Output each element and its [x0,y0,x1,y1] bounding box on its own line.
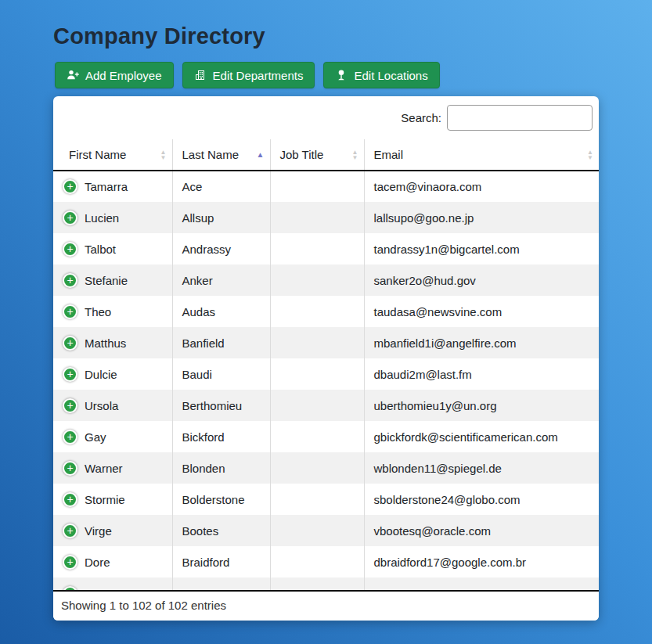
first-name-cell: Theo [85,305,111,318]
table-row: + Dulcie Baudi dbaudi2m@last.fm [53,358,599,390]
job-title-cell [270,358,364,390]
sort-icons: ▲▼ [587,149,593,160]
edit-locations-button[interactable]: Edit Locations [323,62,439,88]
last-name-cell: Bootes [172,515,270,546]
column-header-job-title[interactable]: Job Title ▲▼ [270,139,364,171]
email-cell: taudasa@newsvine.com [364,296,599,327]
job-title-cell [270,171,364,202]
email-cell: tandrassy1n@bigcartel.com [364,233,599,264]
last-name-cell [172,577,270,590]
table-header-row: First Name ▲▼ Last Name ▲ Job Title ▲▼ [53,139,599,171]
job-title-cell [270,546,364,577]
first-name-cell: Warner [85,462,123,475]
expand-row-button[interactable]: + [63,430,77,444]
table-row: + [53,577,599,590]
first-name-cell: Talbot [85,243,116,256]
first-name-cell: Dore [85,556,110,569]
first-name-cell: Matthus [85,336,126,350]
expand-row-button[interactable]: + [63,398,77,413]
job-title-cell [270,264,364,296]
expand-row-button[interactable]: + [63,210,77,225]
table-row: + Stormie Bolderstone sbolderstone24@glo… [53,484,599,515]
last-name-cell: Bolderstone [172,484,270,515]
last-name-cell: Baudi [172,358,270,390]
table-row: + Lucien Allsup lallsupo@goo.ne.jp [53,202,599,233]
expand-row-button[interactable]: + [63,586,77,591]
directory-card: Search: First Name ▲▼ Last Name [53,96,599,621]
toolbar: Add Employee Edit Departments Edi [55,62,652,88]
employees-table: First Name ▲▼ Last Name ▲ Job Title ▲▼ [53,139,599,590]
search-input[interactable] [447,105,593,131]
expand-row-button[interactable]: + [63,242,77,257]
job-title-cell [270,421,364,452]
sort-down-icon: ▼ [352,155,358,160]
job-title-cell [270,233,364,264]
email-cell: vbootesq@oracle.com [364,515,599,546]
last-name-cell: Allsup [172,202,270,233]
job-title-cell [270,327,364,358]
email-cell [364,577,599,590]
edit-departments-button[interactable]: Edit Departments [182,62,315,88]
job-title-cell [270,202,364,233]
table-row: + Matthus Banfield mbanfield1i@angelfire… [53,327,599,358]
job-title-cell [270,515,364,546]
table-row: + Gay Bickford gbickfordk@scientificamer… [53,421,599,452]
job-title-cell [270,484,364,515]
email-cell: sanker2o@hud.gov [364,264,599,296]
geo-pin-icon [335,69,348,81]
sort-asc-icon: ▲ [257,151,265,159]
last-name-cell: Ace [172,171,270,202]
sort-down-icon: ▼ [160,155,167,160]
column-header-email[interactable]: Email ▲▼ [364,139,599,171]
expand-row-button[interactable]: + [63,336,77,351]
table-row: + Ursola Berthomieu uberthomieu1y@un.org [53,390,599,421]
add-employee-label: Add Employee [85,69,162,82]
email-cell: dbraidford17@google.com.br [364,546,599,577]
email-cell: lallsupo@goo.ne.jp [364,202,599,233]
table-row: + Theo Audas taudasa@newsvine.com [53,296,599,327]
search-bar: Search: [53,96,599,139]
email-cell: sbolderstone24@globo.com [364,484,599,515]
first-name-cell: Stormie [85,493,125,506]
table-scroll-area[interactable]: First Name ▲▼ Last Name ▲ Job Title ▲▼ [53,139,599,590]
last-name-cell: Blonden [172,452,270,484]
last-name-cell: Andrassy [172,233,270,264]
column-header-last-name[interactable]: Last Name ▲ [172,139,270,171]
first-name-cell: Tamarra [85,180,128,193]
page-title: Company Directory [53,23,652,49]
person-plus-icon [67,69,79,81]
last-name-cell: Anker [172,264,270,296]
sort-icons: ▲▼ [352,149,358,160]
table-body: + Tamarra Ace tacem@vinaora.com + Lucien… [53,171,599,590]
add-employee-button[interactable]: Add Employee [55,62,174,88]
job-title-cell [270,390,364,421]
job-title-cell [270,577,364,590]
first-name-cell: Dulcie [85,368,117,381]
table-row: + Dore Braidford dbraidford17@google.com… [53,546,599,577]
table-row: + Tamarra Ace tacem@vinaora.com [53,171,599,202]
first-name-cell: Ursola [85,399,118,412]
expand-row-button[interactable]: + [63,179,77,194]
job-title-cell [270,296,364,327]
building-icon [194,69,207,81]
first-name-cell: Stefanie [85,274,128,287]
expand-row-button[interactable]: + [63,304,77,319]
expand-row-button[interactable]: + [63,461,77,476]
email-cell: uberthomieu1y@un.org [364,390,599,421]
table-row: + Stefanie Anker sanker2o@hud.gov [53,264,599,296]
email-cell: gbickfordk@scientificamerican.com [364,421,599,452]
expand-row-button[interactable]: + [63,523,77,538]
email-cell: wblonden11@spiegel.de [364,452,599,484]
column-header-first-name[interactable]: First Name ▲▼ [53,139,172,171]
edit-departments-label: Edit Departments [213,69,304,82]
last-name-cell: Bickford [172,421,270,452]
search-label: Search: [401,111,441,124]
last-name-cell: Banfield [172,327,270,358]
expand-row-button[interactable]: + [63,367,77,382]
expand-row-button[interactable]: + [63,555,77,570]
table-info: Showing 1 to 102 of 102 entries [53,590,599,621]
first-name-cell: Virge [85,524,112,538]
first-name-cell: Lucien [85,211,119,225]
expand-row-button[interactable]: + [63,492,77,507]
expand-row-button[interactable]: + [63,273,77,288]
